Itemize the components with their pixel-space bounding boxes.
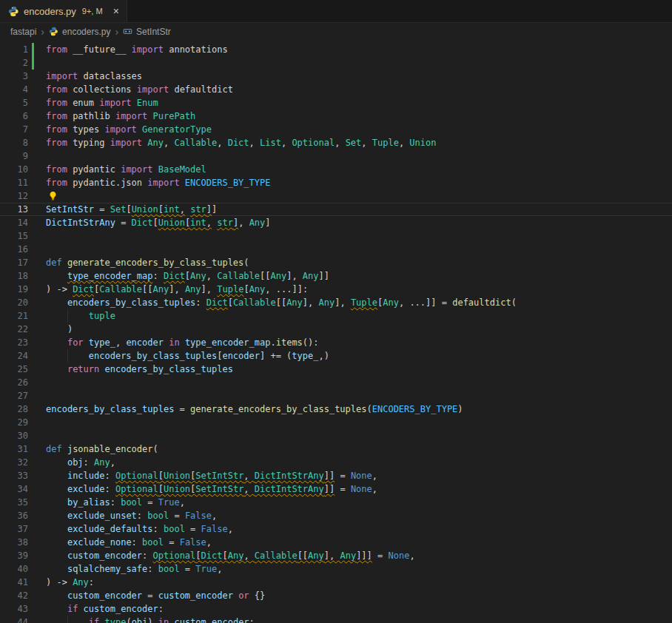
line-number[interactable]: 42 xyxy=(0,589,28,602)
code-line[interactable]: 18 type_encoder_map: Dict[Any, Callable[… xyxy=(0,269,672,283)
code-line[interactable]: 22 ) xyxy=(0,323,672,336)
line-number[interactable]: 8 xyxy=(0,136,28,149)
line-number[interactable]: 21 xyxy=(0,309,28,323)
line-number[interactable]: 28 xyxy=(0,403,28,416)
code-line[interactable]: 5from enum import Enum xyxy=(0,96,672,110)
code-line[interactable]: 7from types import GeneratorType xyxy=(0,123,672,136)
code-line[interactable]: 13SetIntStr = Set[Union[int, str]] xyxy=(0,203,672,216)
code-line[interactable]: 1from __future__ import annotations xyxy=(0,43,672,56)
line-number[interactable]: 41 xyxy=(0,576,28,589)
code-line[interactable]: 9 xyxy=(0,149,672,163)
code-line[interactable]: 28encoders_by_class_tuples = generate_en… xyxy=(0,403,672,416)
line-number[interactable]: 39 xyxy=(0,549,28,562)
code-line[interactable]: 27 xyxy=(0,389,672,403)
line-number[interactable]: 32 xyxy=(0,456,28,469)
code-line[interactable]: 26 xyxy=(0,376,672,389)
line-number[interactable]: 44 xyxy=(0,616,28,623)
line-number[interactable]: 25 xyxy=(0,363,28,376)
line-number[interactable]: 23 xyxy=(0,336,28,349)
code-line[interactable]: 33 include: Optional[Union[SetIntStr, Di… xyxy=(0,469,672,482)
code-line[interactable]: 8from typing import Any, Callable, Dict,… xyxy=(0,136,672,149)
code-line[interactable]: 10from pydantic import BaseModel xyxy=(0,163,672,176)
code-line[interactable]: 30 xyxy=(0,429,672,442)
line-number[interactable]: 43 xyxy=(0,602,28,616)
line-number[interactable]: 1 xyxy=(0,43,28,56)
line-number[interactable]: 19 xyxy=(0,283,28,296)
code-line[interactable]: 39 custom_encoder: Optional[Dict[Any, Ca… xyxy=(0,549,672,562)
line-number[interactable]: 30 xyxy=(0,429,28,442)
line-number[interactable]: 20 xyxy=(0,296,28,309)
code-line[interactable]: 37 exclude_defaults: bool = False, xyxy=(0,522,672,536)
code-line[interactable]: 42 custom_encoder = custom_encoder or {} xyxy=(0,589,672,602)
line-number[interactable]: 29 xyxy=(0,416,28,429)
line-number[interactable]: 27 xyxy=(0,389,28,403)
code-line[interactable]: 38 exclude_none: bool = False, xyxy=(0,536,672,549)
close-icon[interactable]: × xyxy=(113,6,119,16)
line-number[interactable]: 15 xyxy=(0,229,28,243)
code-line[interactable]: 34 exclude: Optional[Union[SetIntStr, Di… xyxy=(0,482,672,496)
code-line[interactable]: 29 xyxy=(0,416,672,429)
line-number[interactable]: 31 xyxy=(0,442,28,456)
breadcrumb-file[interactable]: encoders.py xyxy=(62,27,110,37)
code-line[interactable]: 35 by_alias: bool = True, xyxy=(0,496,672,509)
line-number[interactable]: 13 xyxy=(0,203,28,216)
code-line[interactable]: 11from pydantic.json import ENCODERS_BY_… xyxy=(0,176,672,189)
line-number[interactable]: 10 xyxy=(0,163,28,176)
code-line[interactable]: 32 obj: Any, xyxy=(0,456,672,469)
line-number[interactable]: 9 xyxy=(0,149,28,163)
line-number[interactable]: 18 xyxy=(0,269,28,283)
code-line[interactable]: 2 xyxy=(0,56,672,70)
code-token: ) -> xyxy=(46,577,73,587)
line-number[interactable]: 38 xyxy=(0,536,28,549)
code-line[interactable]: 12 xyxy=(0,189,672,203)
line-number[interactable]: 7 xyxy=(0,123,28,136)
breadcrumb-symbol[interactable]: SetIntStr xyxy=(136,27,171,37)
code-token: Enum xyxy=(137,98,158,108)
line-number[interactable]: 35 xyxy=(0,496,28,509)
line-number[interactable]: 11 xyxy=(0,176,28,189)
code-line[interactable]: 6from pathlib import PurePath xyxy=(0,110,672,123)
line-number[interactable]: 22 xyxy=(0,323,28,336)
line-number[interactable]: 33 xyxy=(0,469,28,482)
line-number[interactable]: 40 xyxy=(0,562,28,576)
code-line[interactable]: 41) -> Any: xyxy=(0,576,672,589)
line-number[interactable]: 12 xyxy=(0,189,28,203)
code-line[interactable]: 19) -> Dict[Callable[[Any], Any], Tuple[… xyxy=(0,283,672,296)
code-text: encoders_by_class_tuples: Dict[Callable[… xyxy=(46,296,672,309)
line-number[interactable]: 3 xyxy=(0,70,28,83)
code-token: None xyxy=(351,471,372,481)
code-token: from xyxy=(46,111,73,121)
line-number[interactable]: 24 xyxy=(0,349,28,363)
line-number[interactable]: 34 xyxy=(0,482,28,496)
code-line[interactable]: 25 return encoders_by_class_tuples xyxy=(0,363,672,376)
line-number[interactable]: 5 xyxy=(0,96,28,110)
editor[interactable]: 1from __future__ import annotations23imp… xyxy=(0,40,672,623)
code-line[interactable]: 40 sqlalchemy_safe: bool = True, xyxy=(0,562,672,576)
code-line[interactable]: 15 xyxy=(0,229,672,243)
code-line[interactable]: 16 xyxy=(0,243,672,256)
breadcrumb-folder[interactable]: fastapi xyxy=(10,27,36,37)
code-line[interactable]: 44 if type(obj) in custom_encoder: xyxy=(0,616,672,623)
code-line[interactable]: 43 if custom_encoder: xyxy=(0,602,672,616)
line-number[interactable]: 2 xyxy=(0,56,28,70)
code-line[interactable]: 4from collections import defaultdict xyxy=(0,83,672,96)
code-line[interactable]: 36 exclude_unset: bool = False, xyxy=(0,509,672,522)
line-number[interactable]: 16 xyxy=(0,243,28,256)
line-number[interactable]: 14 xyxy=(0,216,28,229)
code-line[interactable]: 20 encoders_by_class_tuples: Dict[Callab… xyxy=(0,296,672,309)
line-number[interactable]: 36 xyxy=(0,509,28,522)
tab-encoders-py[interactable]: encoders.py 9+, M × xyxy=(0,0,127,22)
code-line[interactable]: 3import dataclasses xyxy=(0,70,672,83)
code-line[interactable]: 14DictIntStrAny = Dict[Union[int, str], … xyxy=(0,216,672,229)
code-line[interactable]: 24 encoders_by_class_tuples[encoder] += … xyxy=(0,349,672,363)
line-number[interactable]: 17 xyxy=(0,256,28,269)
code-line[interactable]: 23 for type_, encoder in type_encoder_ma… xyxy=(0,336,672,349)
line-number[interactable]: 6 xyxy=(0,110,28,123)
code-line[interactable]: 31def jsonable_encoder( xyxy=(0,442,672,456)
code-line[interactable]: 17def generate_encoders_by_class_tuples( xyxy=(0,256,672,269)
line-number[interactable]: 37 xyxy=(0,522,28,536)
line-number[interactable]: 4 xyxy=(0,83,28,96)
line-number[interactable]: 26 xyxy=(0,376,28,389)
code-line[interactable]: 21 tuple xyxy=(0,309,672,323)
code-text xyxy=(46,229,672,243)
